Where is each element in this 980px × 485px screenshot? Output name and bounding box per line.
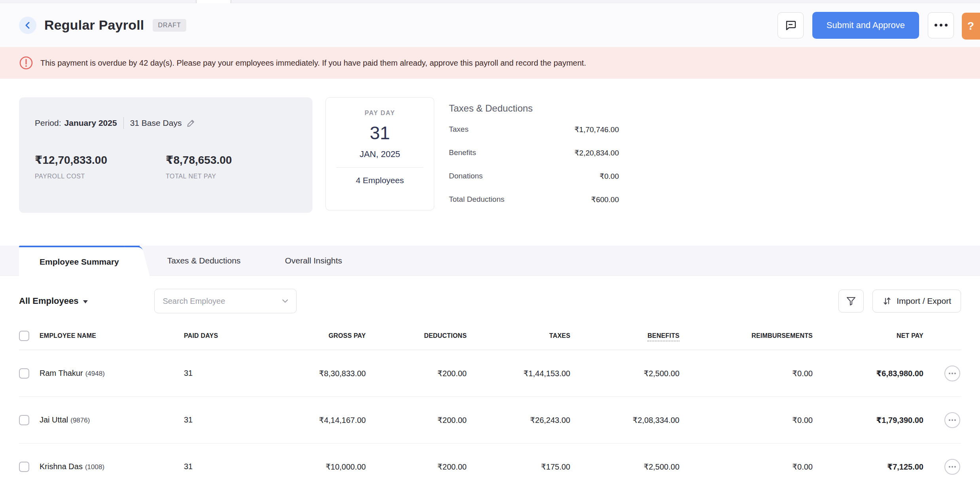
col-reimbursements: REIMBURSEMENTS bbox=[679, 325, 813, 350]
tab-label: Employee Summary bbox=[40, 257, 119, 267]
reimbursements-cell: ₹0.00 bbox=[679, 443, 813, 485]
overdue-warning-banner: This payment is overdue by 42 day(s). Pl… bbox=[0, 47, 980, 79]
col-taxes: TAXES bbox=[467, 325, 570, 350]
employee-name-link[interactable]: Jai Uttal bbox=[40, 415, 68, 424]
employee-search-select[interactable] bbox=[154, 289, 297, 313]
taxes-cell: ₹175.00 bbox=[467, 443, 570, 485]
row-checkbox[interactable] bbox=[19, 462, 29, 472]
period-label: Period: bbox=[35, 118, 61, 128]
payday-day: 31 bbox=[326, 122, 434, 144]
paid-days-cell: 31 bbox=[184, 397, 259, 443]
page-title: Regular Payroll bbox=[44, 17, 144, 33]
row-more-options-button[interactable] bbox=[944, 412, 960, 428]
row-label: Total Deductions bbox=[449, 195, 504, 204]
taxes-cell: ₹26,243.00 bbox=[467, 397, 570, 443]
summary-row-benefits: Benefits ₹2,20,834.00 bbox=[449, 148, 619, 157]
net-pay-cell: ₹1,79,390.00 bbox=[813, 397, 923, 443]
net-pay-cell: ₹6,83,980.00 bbox=[813, 350, 923, 397]
gross-pay-cell: ₹8,30,833.00 bbox=[259, 350, 366, 397]
import-export-label: Import / Export bbox=[897, 296, 951, 306]
tab-label: Taxes & Deductions bbox=[167, 256, 241, 265]
table-row[interactable]: Ram Thakur(4948) 31 ₹8,30,833.00 ₹200.00… bbox=[19, 350, 961, 397]
header-actions: Submit and Approve bbox=[778, 12, 961, 39]
pencil-icon bbox=[186, 118, 196, 128]
total-net-pay-label: TOTAL NET PAY bbox=[166, 173, 297, 180]
payday-employee-count: 4 Employees bbox=[326, 176, 434, 185]
row-value: ₹1,70,746.00 bbox=[575, 125, 619, 134]
benefits-cell: ₹2,500.00 bbox=[570, 443, 679, 485]
table-header-row: EMPLOYEE NAME PAID DAYS GROSS PAY DEDUCT… bbox=[19, 325, 961, 350]
divider bbox=[123, 117, 124, 129]
employee-filter-dropdown[interactable]: All Employees bbox=[19, 296, 88, 306]
period-value: January 2025 bbox=[64, 118, 117, 128]
row-value: ₹600.00 bbox=[591, 195, 619, 204]
import-export-button[interactable]: Import / Export bbox=[872, 290, 961, 313]
window-top-strip bbox=[0, 0, 980, 3]
more-options-button[interactable] bbox=[928, 12, 954, 38]
page-header: Regular Payroll DRAFT Submit and Approve… bbox=[0, 3, 980, 47]
col-net-pay: NET PAY bbox=[813, 325, 923, 350]
gross-pay-cell: ₹4,14,167.00 bbox=[259, 397, 366, 443]
summary-row-taxes: Taxes ₹1,70,746.00 bbox=[449, 125, 619, 134]
benefits-cell: ₹2,500.00 bbox=[570, 350, 679, 397]
payroll-summary: Period: January 2025 31 Base Days ₹12,70… bbox=[0, 79, 980, 218]
payday-label: PAY DAY bbox=[326, 110, 434, 117]
period-card: Period: January 2025 31 Base Days ₹12,70… bbox=[19, 97, 312, 213]
ellipsis-icon bbox=[935, 24, 948, 27]
tab-employee-summary[interactable]: Employee Summary bbox=[19, 246, 140, 276]
payday-month-year: JAN, 2025 bbox=[326, 149, 434, 159]
summary-row-donations: Donations ₹0.00 bbox=[449, 172, 619, 181]
table-toolbar: All Employees Import / Export bbox=[0, 289, 980, 313]
employee-summary-table: EMPLOYEE NAME PAID DAYS GROSS PAY DEDUCT… bbox=[19, 325, 961, 485]
tab-taxes-deductions[interactable]: Taxes & Deductions bbox=[150, 246, 258, 275]
submit-and-approve-button[interactable]: Submit and Approve bbox=[812, 12, 919, 39]
edit-base-days-button[interactable] bbox=[186, 118, 196, 128]
employee-id: (4948) bbox=[85, 370, 105, 377]
total-net-pay-value: ₹8,78,653.00 bbox=[166, 153, 297, 167]
table-row[interactable]: Jai Uttal(9876) 31 ₹4,14,167.00 ₹200.00 … bbox=[19, 397, 961, 443]
row-checkbox[interactable] bbox=[19, 368, 29, 379]
taxes-deductions-title: Taxes & Deductions bbox=[449, 103, 619, 114]
table-row[interactable]: Krishna Das(1008) 31 ₹10,000.00 ₹200.00 … bbox=[19, 443, 961, 485]
import-export-icon bbox=[882, 296, 892, 306]
filter-button[interactable] bbox=[838, 290, 864, 313]
col-employee-name: EMPLOYEE NAME bbox=[40, 325, 184, 350]
overdue-warning-text: This payment is overdue by 42 day(s). Pl… bbox=[40, 59, 586, 68]
comment-icon bbox=[785, 19, 796, 31]
caret-down-icon bbox=[83, 300, 88, 303]
back-button[interactable] bbox=[19, 17, 36, 34]
employee-name-link[interactable]: Krishna Das bbox=[40, 462, 83, 471]
col-paid-days: PAID DAYS bbox=[184, 325, 259, 350]
employee-name-link[interactable]: Ram Thakur bbox=[40, 369, 83, 377]
row-label: Taxes bbox=[449, 125, 469, 134]
comments-button[interactable] bbox=[778, 12, 804, 38]
deductions-cell: ₹200.00 bbox=[366, 350, 467, 397]
search-input[interactable] bbox=[163, 297, 281, 306]
tab-overall-insights[interactable]: Overall Insights bbox=[267, 246, 359, 275]
warning-icon bbox=[19, 56, 33, 70]
reimbursements-cell: ₹0.00 bbox=[679, 397, 813, 443]
select-all-checkbox[interactable] bbox=[19, 331, 29, 341]
row-more-options-button[interactable] bbox=[944, 459, 960, 475]
col-gross-pay: GROSS PAY bbox=[259, 325, 366, 350]
chevron-down-icon bbox=[281, 297, 289, 305]
divider bbox=[336, 167, 424, 168]
help-button[interactable]: ? bbox=[962, 13, 980, 40]
taxes-deductions-summary: Taxes & Deductions Taxes ₹1,70,746.00 Be… bbox=[449, 97, 619, 218]
employee-filter-label: All Employees bbox=[19, 296, 78, 306]
funnel-icon bbox=[846, 296, 856, 306]
payroll-cost-value: ₹12,70,833.00 bbox=[35, 153, 166, 167]
net-pay-cell: ₹7,125.00 bbox=[813, 443, 923, 485]
tab-label: Overall Insights bbox=[285, 256, 342, 265]
deductions-cell: ₹200.00 bbox=[366, 443, 467, 485]
paid-days-cell: 31 bbox=[184, 443, 259, 485]
row-more-options-button[interactable] bbox=[944, 366, 960, 381]
row-checkbox[interactable] bbox=[19, 415, 29, 425]
reimbursements-cell: ₹0.00 bbox=[679, 350, 813, 397]
status-badge: DRAFT bbox=[153, 19, 186, 32]
deductions-cell: ₹200.00 bbox=[366, 397, 467, 443]
gross-pay-cell: ₹10,000.00 bbox=[259, 443, 366, 485]
taxes-cell: ₹1,44,153.00 bbox=[467, 350, 570, 397]
summary-row-total-deductions: Total Deductions ₹600.00 bbox=[449, 195, 619, 204]
tab-bar: Employee Summary Taxes & Deductions Over… bbox=[0, 246, 980, 276]
